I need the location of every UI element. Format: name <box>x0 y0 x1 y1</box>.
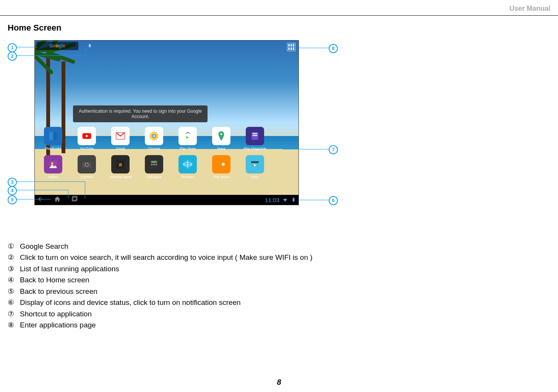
app-label: Play Music <box>210 175 233 179</box>
legend-number: ⑦ <box>8 308 18 319</box>
app-shortcut-play-store[interactable]: Play Store <box>176 127 199 151</box>
app-label: Camera <box>75 175 98 179</box>
app-shortcut-calculator[interactable]: Calculator <box>143 155 165 179</box>
auth-toast: Authentication is required. You need to … <box>73 105 208 122</box>
svg-rect-18 <box>151 161 157 163</box>
home-button[interactable] <box>54 196 61 204</box>
app-shortcut-camera[interactable]: Camera <box>75 155 98 179</box>
gmail-icon <box>115 130 126 142</box>
palm-leaves <box>34 50 69 73</box>
app-shortcut-chrome[interactable]: Chrome <box>143 127 165 151</box>
legend-number: ④ <box>8 274 18 285</box>
app-label: Gmail <box>109 147 132 151</box>
legend-text: Back to Home screen <box>20 274 89 285</box>
svg-rect-8 <box>253 133 258 134</box>
app-label: Chrome <box>143 147 165 151</box>
svg-rect-21 <box>156 164 157 165</box>
video-icon <box>249 159 261 170</box>
legend-item: ②Click to turn on voice search, it will … <box>8 252 313 263</box>
app-icon-box <box>178 155 197 173</box>
callout-line <box>16 47 37 47</box>
app-label: YouTube <box>75 147 98 151</box>
callout-4: 4 <box>8 186 17 195</box>
app-icon-box <box>78 155 96 173</box>
svg-rect-30 <box>293 198 294 198</box>
section-title: Home Screen <box>8 23 62 33</box>
play-music-icon <box>216 159 227 170</box>
svg-rect-19 <box>151 164 153 165</box>
callout-line <box>298 200 329 200</box>
status-bar[interactable]: 11:03 <box>265 197 296 203</box>
app-icon-box <box>246 127 264 145</box>
callout-3: 3 <box>8 178 17 187</box>
svg-point-24 <box>222 163 225 166</box>
legend-item: ③List of last running applications <box>8 263 313 274</box>
app-label: Amazon Appst <box>109 175 132 179</box>
recents-icon <box>71 196 78 202</box>
home-icon <box>54 196 61 202</box>
app-shortcut-amazon-appst[interactable]: aAmazon Appst <box>109 155 132 179</box>
app-label: Gallery <box>42 175 65 179</box>
app-shortcut-youtube[interactable]: YouTube <box>75 127 98 151</box>
app-shortcut-browser[interactable]: Browser <box>176 155 199 179</box>
figure-area: G o o g l e Authentication is required. … <box>8 40 359 224</box>
google-search-button[interactable]: G o o g l e <box>36 42 78 50</box>
legend-number: ⑥ <box>8 297 18 308</box>
header-label: User Manual <box>509 5 550 13</box>
app-icon-box <box>145 127 163 145</box>
gallery-icon <box>47 159 59 170</box>
google-letter: o <box>56 43 58 49</box>
app-shortcut-play-music[interactable]: Play Music <box>210 155 233 179</box>
wifi-icon <box>282 197 288 202</box>
apps-drawer-button[interactable] <box>287 43 295 51</box>
voice-search-button[interactable] <box>86 42 94 50</box>
legend-number: ② <box>8 252 18 263</box>
callout-line <box>85 181 85 199</box>
callout-line <box>16 190 68 190</box>
app-label: Play Magazine <box>243 147 266 151</box>
svg-point-14 <box>86 164 88 166</box>
app-shortcut-maps[interactable]: Maps <box>210 127 233 151</box>
callout-2: 2 <box>8 52 17 61</box>
callout-legend: ①Google Search②Click to turn on voice se… <box>8 241 313 331</box>
google-letter: G <box>49 43 53 49</box>
app-label: Browser <box>176 175 199 179</box>
microphone-icon <box>88 42 92 49</box>
app-icon-box <box>212 155 230 173</box>
app-icon-box <box>78 127 96 145</box>
callout-line <box>68 190 68 199</box>
page-number: 8 <box>0 378 558 387</box>
legend-number: ⑧ <box>8 319 18 330</box>
app-shortcut-playbooks[interactable]: PlayBooks <box>42 127 65 151</box>
callout-7: 7 <box>329 145 338 154</box>
top-rule: User Manual <box>0 6 558 16</box>
legend-item: ①Google Search <box>8 241 313 252</box>
legend-text: Click to turn on voice search, it will s… <box>20 252 313 263</box>
svg-point-6 <box>221 133 222 135</box>
legend-number: ⑤ <box>8 286 18 297</box>
back-button[interactable] <box>37 196 44 204</box>
callout-line <box>283 149 329 149</box>
svg-point-4 <box>153 135 155 137</box>
svg-point-11 <box>51 162 53 164</box>
google-letter: g <box>58 43 61 49</box>
maps-icon <box>216 130 227 142</box>
app-shortcut-gallery[interactable]: Gallery <box>42 155 65 179</box>
legend-text: Display of icons and device status, clic… <box>20 297 241 308</box>
play-store-icon <box>182 130 193 142</box>
app-row-2: GalleryCameraaAmazon AppstCalculatorBrow… <box>42 155 292 179</box>
svg-rect-29 <box>293 198 295 201</box>
camera-icon <box>81 159 92 170</box>
legend-text: Google Search <box>20 241 68 252</box>
legend-text: Back to previous screen <box>20 286 97 297</box>
app-shortcut-video[interactable]: Video <box>243 155 266 179</box>
app-shortcut-play-magazine[interactable]: Play Magazine <box>243 127 266 151</box>
app-shortcut-gmail[interactable]: Gmail <box>109 127 132 151</box>
play-magazine-icon <box>249 130 261 142</box>
app-label: Video <box>243 175 266 179</box>
legend-text: List of last running applications <box>20 263 119 274</box>
legend-number: ③ <box>8 263 18 274</box>
recents-button[interactable] <box>71 196 78 204</box>
legend-text: Shortcut to application <box>20 308 92 319</box>
chrome-icon <box>148 130 160 142</box>
